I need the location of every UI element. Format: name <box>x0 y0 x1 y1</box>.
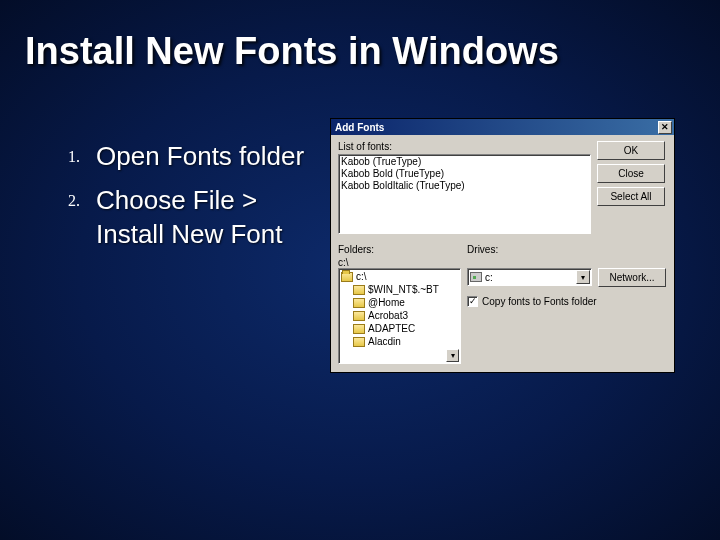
tree-item[interactable]: $WIN_NT$.~BT <box>341 283 458 296</box>
list-item[interactable]: Kabob (TrueType) <box>341 156 588 168</box>
add-fonts-dialog: Add Fonts ✕ List of fonts: Kabob (TrueTy… <box>330 118 675 373</box>
dialog-title: Add Fonts <box>335 122 656 133</box>
step-item: 1. Open Fonts folder <box>60 140 310 174</box>
checkbox-icon[interactable]: ✓ <box>467 296 478 307</box>
step-number: 1. <box>60 140 96 166</box>
folders-tree[interactable]: c:\ $WIN_NT$.~BT @Home Acrobat3 ADAPTEC … <box>338 268 461 364</box>
drives-combobox[interactable]: c: ▾ <box>467 268 592 286</box>
folders-label: Folders: <box>338 244 461 255</box>
drives-label: Drives: <box>467 244 592 255</box>
step-number: 2. <box>60 184 96 210</box>
checkbox-label: Copy fonts to Fonts folder <box>482 296 597 307</box>
folder-icon <box>353 298 365 308</box>
folder-icon <box>353 337 365 347</box>
fonts-list-label: List of fonts: <box>338 141 591 152</box>
tree-item[interactable]: ADAPTEC <box>341 322 458 335</box>
drive-icon <box>470 272 482 282</box>
select-all-button[interactable]: Select All <box>597 187 665 206</box>
folder-open-icon <box>341 272 353 282</box>
step-item: 2. Choose File > Install New Font <box>60 184 310 252</box>
chevron-down-icon[interactable]: ▾ <box>576 270 590 284</box>
step-text: Choose File > Install New Font <box>96 184 310 252</box>
ok-button[interactable]: OK <box>597 141 665 160</box>
scroll-down-icon[interactable]: ▾ <box>446 349 459 362</box>
slide-title: Install New Fonts in Windows <box>25 30 559 73</box>
current-path: c:\ <box>338 257 349 268</box>
folder-icon <box>353 324 365 334</box>
tree-item[interactable]: Alacdin <box>341 335 458 348</box>
step-text: Open Fonts folder <box>96 140 304 174</box>
fonts-listbox[interactable]: Kabob (TrueType) Kabob Bold (TrueType) K… <box>338 154 591 234</box>
list-item[interactable]: Kabob BoldItalic (TrueType) <box>341 180 588 192</box>
steps-list: 1. Open Fonts folder 2. Choose File > In… <box>60 140 310 261</box>
close-icon[interactable]: ✕ <box>658 121 672 134</box>
dialog-titlebar[interactable]: Add Fonts ✕ <box>331 119 674 135</box>
folder-icon <box>353 311 365 321</box>
tree-item[interactable]: @Home <box>341 296 458 309</box>
folder-icon <box>353 285 365 295</box>
tree-item[interactable]: c:\ <box>341 270 458 283</box>
close-button[interactable]: Close <box>597 164 665 183</box>
drive-value: c: <box>485 272 493 283</box>
tree-item[interactable]: Acrobat3 <box>341 309 458 322</box>
network-button[interactable]: Network... <box>598 268 666 287</box>
list-item[interactable]: Kabob Bold (TrueType) <box>341 168 588 180</box>
